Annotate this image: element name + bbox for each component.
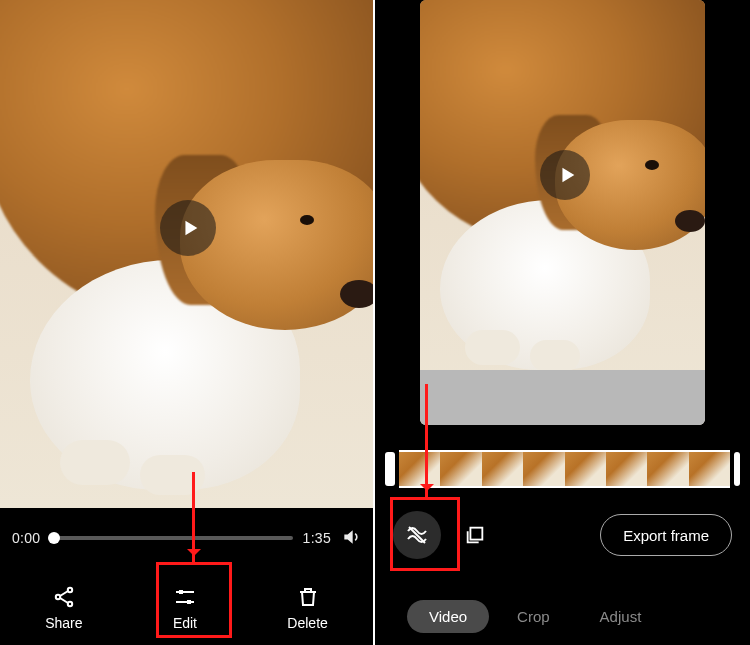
svg-rect-4 xyxy=(187,600,191,604)
delete-button[interactable]: Delete xyxy=(287,585,327,631)
delete-label: Delete xyxy=(287,615,327,631)
play-button[interactable] xyxy=(540,150,590,200)
share-label: Share xyxy=(45,615,82,631)
edit-label: Edit xyxy=(173,615,197,631)
video-area[interactable] xyxy=(0,0,373,508)
volume-icon xyxy=(341,527,361,547)
seek-thumb[interactable] xyxy=(48,532,60,544)
share-icon xyxy=(52,585,76,609)
video-thumbnail xyxy=(420,0,705,425)
tab-video-label: Video xyxy=(429,608,467,625)
bottom-action-bar: Share Edit Delete xyxy=(0,567,373,645)
timeline-frames[interactable] xyxy=(399,450,730,488)
thumbnail-frame-button[interactable] xyxy=(455,515,495,555)
frame-export-icon xyxy=(464,524,486,546)
current-time: 0:00 xyxy=(12,530,40,546)
tab-video[interactable]: Video xyxy=(407,600,489,633)
svg-point-1 xyxy=(56,595,60,599)
timeline-strip[interactable] xyxy=(375,450,750,488)
svg-rect-3 xyxy=(179,590,183,594)
play-button[interactable] xyxy=(160,200,216,256)
editor-tool-row: Export frame xyxy=(375,500,750,570)
trash-icon xyxy=(296,585,320,609)
video-editor-screen: Export frame Video Crop Adjust xyxy=(375,0,750,645)
preview-letterbox xyxy=(420,370,705,425)
video-progress-bar: 0:00 1:35 xyxy=(0,508,373,568)
trim-handle-end[interactable] xyxy=(734,452,740,486)
total-duration: 1:35 xyxy=(303,530,331,546)
svg-rect-6 xyxy=(470,528,482,540)
svg-point-0 xyxy=(68,588,72,592)
video-viewer-screen: 0:00 1:35 Share Edit Delete xyxy=(0,0,375,645)
stabilize-icon xyxy=(405,523,429,547)
trim-handle-start[interactable] xyxy=(385,452,395,486)
tune-icon xyxy=(173,585,197,609)
seek-slider[interactable] xyxy=(50,536,292,540)
screenshot-pair: 0:00 1:35 Share Edit Delete xyxy=(0,0,750,645)
play-icon xyxy=(179,217,201,239)
stabilize-button[interactable] xyxy=(393,511,441,559)
edit-button[interactable]: Edit xyxy=(173,585,197,631)
export-frame-button[interactable]: Export frame xyxy=(600,514,732,556)
volume-button[interactable] xyxy=(341,527,361,550)
tab-adjust-label: Adjust xyxy=(600,608,642,625)
tab-crop-label: Crop xyxy=(517,608,550,625)
svg-line-5 xyxy=(409,527,425,543)
tab-adjust[interactable]: Adjust xyxy=(578,600,652,633)
tab-crop[interactable]: Crop xyxy=(495,600,572,633)
editor-preview[interactable] xyxy=(420,0,705,425)
export-frame-label: Export frame xyxy=(623,527,709,544)
share-button[interactable]: Share xyxy=(45,585,82,631)
play-icon xyxy=(556,164,578,186)
editor-tabs: Video Crop Adjust xyxy=(375,587,750,645)
svg-point-2 xyxy=(68,602,72,606)
